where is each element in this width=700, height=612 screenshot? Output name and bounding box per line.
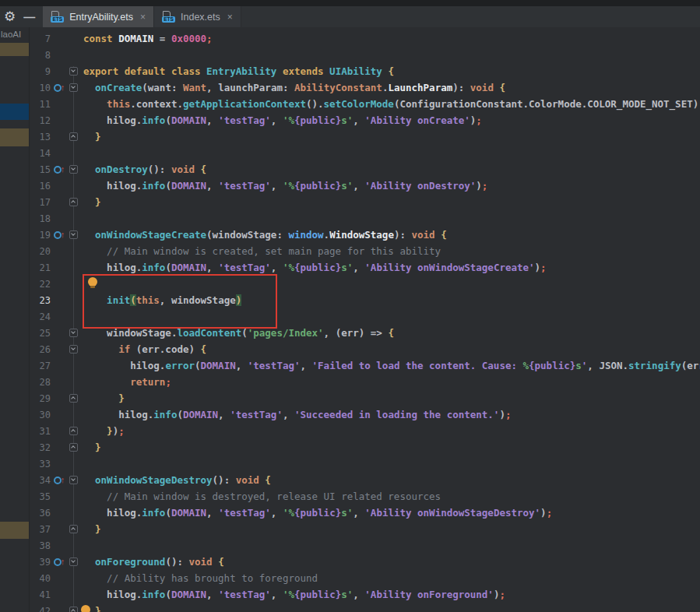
code-line[interactable]: 40 // Ability has brought to foreground <box>30 570 700 586</box>
intention-bulb-icon-bottom[interactable] <box>81 605 90 612</box>
tab-Index.ets[interactable]: ETSIndex.ets× <box>154 6 241 27</box>
line-number[interactable]: 27 <box>30 361 51 371</box>
line-number[interactable]: 12 <box>30 115 51 126</box>
line-number[interactable]: 7 <box>30 33 51 44</box>
line-number[interactable]: 22 <box>30 279 51 290</box>
code-line[interactable]: 16 hilog.info(DOMAIN, 'testTag', '%{publ… <box>30 178 700 194</box>
code-text: onCreate(want: Want, launchParam: Abilit… <box>79 79 700 96</box>
code-line[interactable]: 10↑ onCreate(want: Want, launchParam: Ab… <box>30 79 700 96</box>
code-line[interactable]: 28 return; <box>30 374 700 390</box>
line-number[interactable]: 23 <box>30 295 51 306</box>
code-line[interactable]: 14 <box>30 145 700 161</box>
code-line[interactable]: 9export default class EntryAbility exten… <box>30 63 700 79</box>
override-method-icon[interactable]: ↑ <box>54 165 65 174</box>
line-number[interactable]: 11 <box>30 99 51 110</box>
tab-close-icon[interactable]: × <box>227 12 233 23</box>
line-number[interactable]: 26 <box>30 344 51 355</box>
fold-marker-close[interactable] <box>69 132 78 141</box>
fold-marker-close[interactable] <box>69 607 78 612</box>
code-line[interactable]: 32 } <box>30 439 700 455</box>
line-number[interactable]: 38 <box>30 540 51 551</box>
code-line[interactable]: 33 <box>30 455 700 472</box>
override-method-icon[interactable]: ↑ <box>54 230 65 239</box>
line-number[interactable]: 17 <box>30 197 51 208</box>
code-line[interactable]: 31 }); <box>30 423 700 439</box>
line-number[interactable]: 24 <box>30 311 51 322</box>
code-line[interactable]: 41 hilog.info(DOMAIN, 'testTag', '%{publ… <box>30 586 700 603</box>
code-line[interactable]: 20 // Main window is created, set main p… <box>30 243 700 259</box>
line-number[interactable]: 32 <box>30 442 51 453</box>
fold-marker-open[interactable] <box>69 329 78 337</box>
code-line[interactable]: 36 hilog.info(DOMAIN, 'testTag', '%{publ… <box>30 505 700 521</box>
line-number[interactable]: 20 <box>30 246 51 257</box>
line-number[interactable]: 25 <box>30 328 51 339</box>
line-number[interactable]: 37 <box>30 524 51 535</box>
code-line[interactable]: 17 } <box>30 194 700 210</box>
code-line[interactable]: 21 hilog.info(DOMAIN, 'testTag', '%{publ… <box>30 259 700 276</box>
code-line[interactable]: 7const DOMAIN = 0x0000; <box>30 30 700 47</box>
line-number[interactable]: 9 <box>30 66 51 77</box>
fold-marker-close[interactable] <box>69 198 78 206</box>
line-number[interactable]: 39 <box>30 557 51 568</box>
line-number[interactable]: 42 <box>30 606 51 612</box>
fold-marker-open[interactable] <box>69 476 78 484</box>
line-number[interactable]: 16 <box>30 181 51 192</box>
intention-bulb-icon[interactable] <box>88 277 97 287</box>
tab-close-icon[interactable]: × <box>140 12 146 23</box>
code-line[interactable]: 30 hilog.info(DOMAIN, 'testTag', 'Succee… <box>30 406 700 423</box>
code-line[interactable]: 12 hilog.info(DOMAIN, 'testTag', '%{publ… <box>30 112 700 128</box>
code-line[interactable]: 27 hilog.error(DOMAIN, 'testTag', 'Faile… <box>30 357 700 374</box>
line-number[interactable]: 10 <box>30 83 51 93</box>
code-line[interactable]: 35 // Main window is destroyed, release … <box>30 488 700 505</box>
line-number[interactable]: 28 <box>30 377 51 388</box>
tab-EntryAbility.ets[interactable]: ETSEntryAbility.ets× <box>43 6 154 27</box>
code-line[interactable]: 34↑ onWindowStageDestroy(): void { <box>30 472 700 488</box>
fold-marker-open[interactable] <box>69 165 78 174</box>
toolbar-buttons: ⚙ — <box>0 6 43 27</box>
line-number[interactable]: 31 <box>30 426 51 437</box>
code-line[interactable]: 13 } <box>30 128 700 145</box>
line-number[interactable]: 41 <box>30 589 51 600</box>
fold-marker-close[interactable] <box>69 427 78 435</box>
override-method-icon[interactable]: ↑ <box>54 83 65 92</box>
fold-marker-open[interactable] <box>69 230 78 239</box>
line-number[interactable]: 21 <box>30 262 51 273</box>
line-number[interactable]: 19 <box>30 230 51 241</box>
line-number[interactable]: 8 <box>30 50 51 61</box>
code-line[interactable]: 26 if (err.code) { <box>30 341 700 357</box>
fold-marker-open[interactable] <box>69 67 78 76</box>
code-line[interactable]: 42 } <box>30 603 700 612</box>
code-line[interactable]: 18 <box>30 210 700 227</box>
code-line[interactable]: 15↑ onDestroy(): void { <box>30 161 700 178</box>
code-line[interactable]: 11 this.context.getApplicationContext().… <box>30 96 700 112</box>
line-number[interactable]: 30 <box>30 410 51 420</box>
code-line[interactable]: 8 <box>30 47 700 63</box>
code-line[interactable]: 39↑ onForeground(): void { <box>30 554 700 570</box>
code-editor[interactable]: 7const DOMAIN = 0x0000;89export default … <box>30 27 700 612</box>
fold-marker-close[interactable] <box>69 525 78 533</box>
line-number[interactable]: 40 <box>30 573 51 584</box>
fold-marker-open[interactable] <box>69 83 78 92</box>
override-method-icon[interactable]: ↑ <box>54 476 65 484</box>
fold-marker-open[interactable] <box>69 557 78 566</box>
code-line[interactable]: 37 } <box>30 521 700 537</box>
line-number[interactable]: 34 <box>30 475 51 486</box>
fold-marker-close[interactable] <box>69 443 78 452</box>
fold-marker-open[interactable] <box>69 345 78 353</box>
line-number[interactable]: 18 <box>30 213 51 224</box>
line-number[interactable]: 15 <box>30 164 51 175</box>
override-method-icon[interactable]: ↑ <box>54 557 65 566</box>
line-number[interactable]: 33 <box>30 459 51 470</box>
code-line[interactable]: 38 <box>30 537 700 554</box>
minimize-icon[interactable]: — <box>23 11 35 23</box>
settings-gear-icon[interactable]: ⚙ <box>4 10 16 23</box>
code-line[interactable]: 29 } <box>30 390 700 406</box>
line-number[interactable]: 29 <box>30 393 51 404</box>
line-number[interactable]: 35 <box>30 491 51 502</box>
fold-marker-close[interactable] <box>69 394 78 403</box>
line-number[interactable]: 36 <box>30 508 51 519</box>
code-text: // Main window is destroyed, release UI … <box>79 488 700 505</box>
code-line[interactable]: 19↑ onWindowStageCreate(windowStage: win… <box>30 227 700 243</box>
line-number[interactable]: 14 <box>30 148 51 159</box>
line-number[interactable]: 13 <box>30 132 51 142</box>
